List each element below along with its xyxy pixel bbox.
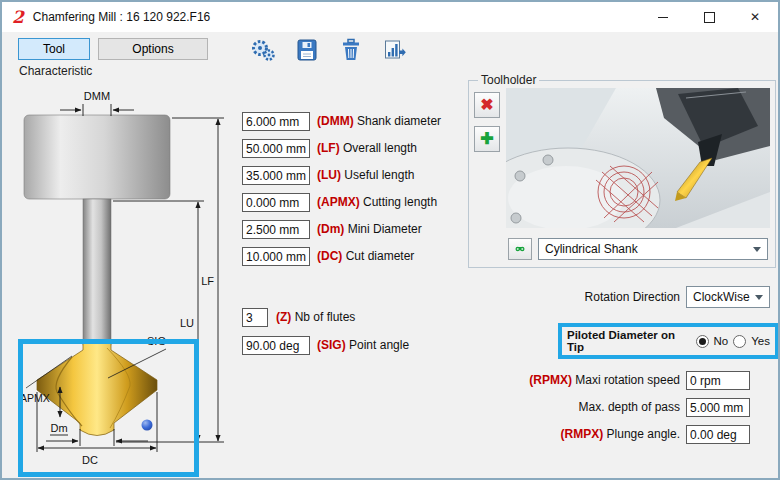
max-depth-of-pass-field[interactable] (686, 398, 750, 417)
chamfering-mill-dialog: 2 Chamfering Mill : 16 120 922.F16 ✕ Too… (0, 0, 780, 480)
dim-label-dm: Dm (50, 422, 67, 434)
chevron-down-icon (755, 295, 763, 300)
delete-button[interactable] (336, 35, 366, 65)
close-icon: ✕ (750, 10, 760, 24)
piloted-diameter-group: Piloted Diameter on Tip No Yes (558, 323, 779, 359)
window-controls: ✕ (640, 2, 778, 32)
remove-toolholder-button[interactable]: ✖ (474, 92, 500, 118)
shank-diameter-label: (DMM) Shank diameter (317, 112, 441, 131)
export-data-icon (382, 37, 408, 63)
dim-label-dmm: DMM (84, 90, 110, 102)
maxi-rotation-speed-field[interactable] (686, 371, 750, 390)
piloted-no-label: No (714, 335, 729, 347)
piloted-no-radio[interactable] (696, 335, 709, 348)
shank-diameter-field[interactable] (242, 112, 310, 131)
rotation-direction-value: ClockWise (693, 290, 750, 304)
maximize-icon (704, 12, 715, 23)
useful-length-label: (LU) Useful length (317, 166, 414, 185)
toolholder-group-label: Toolholder (478, 73, 539, 87)
window-title: Chamfering Mill : 16 120 922.F16 (33, 10, 210, 24)
rotation-direction-dropdown[interactable]: ClockWise (686, 286, 770, 308)
piloted-diameter-label: Piloted Diameter on Tip (567, 329, 691, 353)
mini-diameter-field[interactable] (242, 220, 310, 239)
tab-tool[interactable]: Tool (18, 38, 90, 60)
useful-length-field[interactable] (242, 166, 310, 185)
cutting-length-label: (APMX) Cutting length (317, 193, 437, 212)
point-angle-label: (SIG) Point angle (317, 336, 409, 355)
save-button[interactable] (292, 35, 322, 65)
update-tool-button[interactable] (248, 35, 278, 65)
rotation-direction-label: Rotation Direction (550, 288, 680, 307)
tool-shank (83, 199, 111, 345)
flutes-label: (Z) Nb of flutes (276, 308, 355, 327)
maxi-rotation-speed-label: (RPMX) Maxi rotation speed (460, 371, 680, 390)
shank-type-dropdown[interactable]: Cylindrical Shank (538, 238, 768, 260)
shank-shape-icon (515, 242, 525, 256)
tab-options[interactable]: Options (98, 38, 208, 60)
flutes-field[interactable] (242, 308, 268, 327)
maximize-button[interactable] (686, 2, 732, 32)
overall-length-field[interactable] (242, 139, 310, 158)
plunge-angle-field[interactable] (686, 425, 750, 444)
remove-x-icon: ✖ (480, 97, 493, 113)
title-bar: 2 Chamfering Mill : 16 120 922.F16 ✕ (2, 2, 778, 32)
add-plus-icon: ✚ (480, 131, 493, 147)
close-button[interactable]: ✕ (732, 2, 778, 32)
export-data-button[interactable] (380, 35, 410, 65)
point-angle-field[interactable] (242, 336, 310, 355)
characteristic-group-label: Characteristic (16, 64, 95, 78)
minimize-icon (658, 17, 668, 18)
add-toolholder-button[interactable]: ✚ (474, 126, 500, 152)
plunge-angle-label: (RMPX) Plunge angle. (460, 425, 680, 444)
trash-icon (338, 37, 364, 63)
tool-holder-body (24, 115, 170, 199)
save-icon (294, 37, 320, 63)
app-logo: 2 (12, 7, 24, 27)
tool-diagram: DMM LF LU SIG APMX Dm DC (12, 86, 242, 478)
dim-label-dc: DC (82, 454, 98, 466)
chevron-down-icon (753, 247, 761, 252)
dim-label-lu: LU (180, 317, 194, 329)
mini-diameter-label: (Dm) Mini Diameter (317, 220, 422, 239)
dim-label-sig: SIG (147, 335, 166, 347)
shank-type-value: Cylindrical Shank (545, 242, 638, 256)
cut-diameter-field[interactable] (242, 247, 310, 266)
shank-shape-button[interactable] (508, 238, 532, 260)
overall-length-label: (LF) Overall length (317, 139, 417, 158)
dim-label-lf: LF (201, 275, 214, 287)
gears-icon (249, 36, 277, 64)
piloted-yes-label: Yes (751, 335, 770, 347)
toolholder-preview-image (506, 88, 770, 228)
piloted-yes-radio[interactable] (733, 335, 746, 348)
cut-diameter-label: (DC) Cut diameter (317, 247, 414, 266)
dim-label-apmx: APMX (20, 392, 50, 404)
cutting-length-field[interactable] (242, 193, 310, 212)
minimize-button[interactable] (640, 2, 686, 32)
max-depth-of-pass-label: Max. depth of pass (460, 398, 680, 417)
pilot-ball-marker (142, 420, 153, 431)
